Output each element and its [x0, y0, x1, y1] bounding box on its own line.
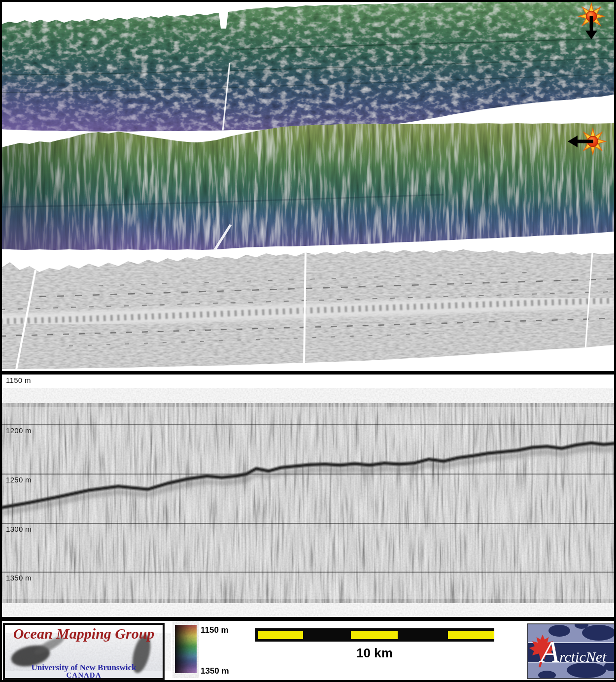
depth-colorbar	[175, 625, 197, 673]
bathymetry-strip-sun-left	[0, 121, 616, 253]
scale-bar-segment	[258, 631, 303, 639]
panel-separator	[0, 371, 616, 375]
figure-artwork	[0, 0, 616, 682]
depth-label-1200: 1200 m	[6, 426, 32, 435]
depth-label-1150: 1150 m	[6, 376, 31, 384]
arcticnet-rest: rcticNet	[559, 649, 607, 664]
colorbar-min-label: 1350 m	[201, 666, 229, 676]
colorbar-max-label: 1150 m	[201, 625, 229, 635]
scalebar-label: 10 km	[255, 646, 494, 661]
scale-bar-segment	[351, 631, 398, 639]
omg-country-label: CANADA	[5, 671, 163, 680]
depth-label-1350: 1350 m	[6, 574, 32, 582]
scale-bar-segment	[448, 631, 494, 639]
depth-label-1300: 1300 m	[6, 525, 32, 533]
footer-separator	[0, 617, 616, 621]
scale-bar	[255, 628, 494, 642]
omg-logo-title: Ocean Mapping Group	[5, 625, 163, 642]
subbottom-panel	[2, 375, 614, 618]
arcticnet-initial: A	[541, 636, 559, 667]
survey-figure: 1150 m 1200 m 1250 m 1300 m 1350 m Ocean…	[0, 0, 616, 682]
depth-label-1250: 1250 m	[6, 476, 32, 484]
arcticnet-wordmark: ArcticNet	[541, 636, 606, 667]
